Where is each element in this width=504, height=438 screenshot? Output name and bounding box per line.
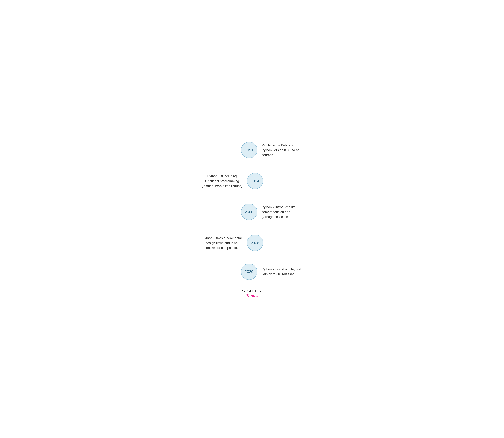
year-node-2020: 2020 — [241, 263, 257, 280]
timeline-container: 1991 Van Rossum Published Python version… — [200, 140, 304, 298]
year-node-1994: 1994 — [247, 173, 263, 189]
node-wrapper-2000: 2000 — [241, 204, 257, 220]
connector-2 — [200, 191, 304, 202]
connector-line-1 — [252, 160, 252, 171]
connector-line-3 — [252, 222, 252, 233]
connector-line-2 — [252, 191, 252, 202]
timeline-row-1994: Python 1.0 including functional programm… — [200, 171, 304, 191]
year-label-2008: 2008 — [251, 241, 259, 245]
event-text-1994: Python 1.0 including functional programm… — [200, 171, 247, 191]
timeline-row-2020: 2020 Python 2 is end of Life, last versi… — [200, 263, 304, 280]
timeline-row-2000: 2000 Python 2 introduces list comprehens… — [200, 202, 304, 222]
year-label-2020: 2020 — [245, 269, 253, 274]
timeline-row-1991: 1991 Van Rossum Published Python version… — [200, 140, 304, 160]
event-text-1991: Van Rossum Published Python version 0.9.… — [257, 140, 304, 160]
logo-topics: Topics — [246, 293, 258, 298]
connector-1 — [200, 160, 304, 171]
timeline-row-2008: Python 3 fixes fundamental design flaws … — [200, 233, 304, 253]
year-node-1991: 1991 — [241, 142, 257, 158]
node-wrapper-1991: 1991 — [241, 142, 257, 158]
year-node-2008: 2008 — [247, 235, 263, 251]
node-wrapper-2008: 2008 — [247, 235, 263, 251]
event-text-2008: Python 3 fixes fundamental design flaws … — [200, 233, 247, 253]
event-text-2000: Python 2 introduces list comprehension a… — [257, 202, 304, 222]
connector-line-4 — [252, 253, 252, 263]
year-label-1994: 1994 — [251, 179, 259, 183]
connector-3 — [200, 222, 304, 233]
node-wrapper-2020: 2020 — [241, 263, 257, 280]
year-label-2000: 2000 — [245, 210, 253, 214]
event-text-2020: Python 2 is end of Life, last version 2.… — [257, 264, 304, 280]
connector-4 — [200, 253, 304, 263]
logo-section: SCALER Topics — [242, 289, 262, 298]
year-node-2000: 2000 — [241, 204, 257, 220]
year-label-1991: 1991 — [245, 148, 253, 152]
node-wrapper-1994: 1994 — [247, 173, 263, 189]
